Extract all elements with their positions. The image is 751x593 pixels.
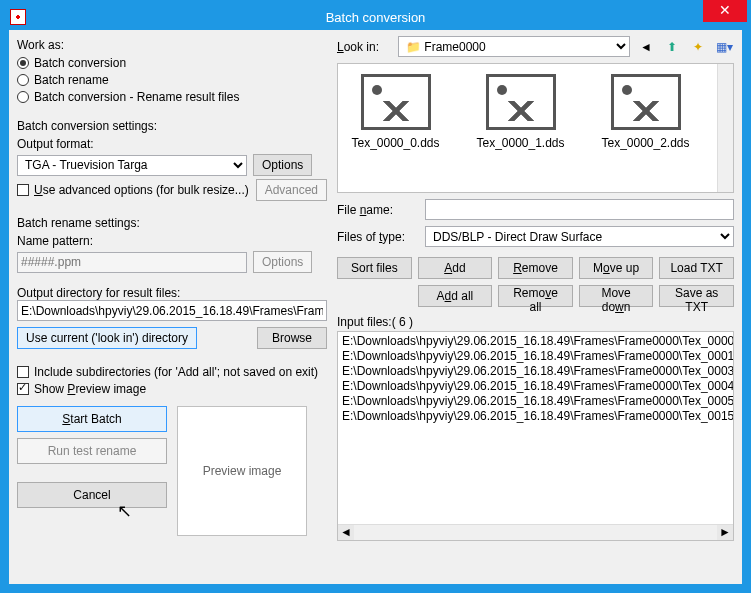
list-item[interactable]: E:\Downloads\hpyviy\29.06.2015_16.18.49\… xyxy=(342,409,729,424)
radio-batch-conversion[interactable]: Batch conversion xyxy=(17,56,327,70)
load-txt-button[interactable]: Load TXT xyxy=(659,257,734,279)
include-subdirs-checkbox[interactable]: Include subdirectories (for 'Add all'; n… xyxy=(17,365,327,379)
app-icon xyxy=(10,9,26,25)
up-icon[interactable]: ⬆ xyxy=(662,37,682,57)
file-thumb-icon xyxy=(486,74,556,130)
checkbox-icon xyxy=(17,383,29,395)
use-current-button[interactable]: Use current ('look in') directory xyxy=(17,327,197,349)
run-test-button[interactable]: Run test rename xyxy=(17,438,167,464)
radio-batch-rename[interactable]: Batch rename xyxy=(17,73,327,87)
cancel-button[interactable]: Cancel xyxy=(17,482,167,508)
file-thumb-icon xyxy=(611,74,681,130)
radio-batch-conv-rename[interactable]: Batch conversion - Rename result files xyxy=(17,90,327,104)
radio-icon xyxy=(17,57,29,69)
move-up-button[interactable]: Move up xyxy=(579,257,654,279)
bcs-label: Batch conversion settings: xyxy=(17,119,327,133)
use-advanced-checkbox[interactable]: Use advanced options (for bulk resize...… xyxy=(17,183,250,197)
back-icon[interactable]: ◄ xyxy=(636,37,656,57)
filetype-select[interactable]: DDS/BLP - Direct Draw Surface xyxy=(425,226,734,247)
list-item[interactable]: E:\Downloads\hpyviy\29.06.2015_16.18.49\… xyxy=(342,394,729,409)
browse-button[interactable]: Browse xyxy=(257,327,327,349)
remove-all-button[interactable]: Remove all xyxy=(498,285,573,307)
name-pattern-label: Name pattern: xyxy=(17,234,327,248)
list-item[interactable]: E:\Downloads\hpyviy\29.06.2015_16.18.49\… xyxy=(342,379,729,394)
output-format-select[interactable]: TGA - Truevision Targa xyxy=(17,155,247,176)
new-folder-icon[interactable]: ✦ xyxy=(688,37,708,57)
name-pattern-input[interactable] xyxy=(17,252,247,273)
radio-icon xyxy=(17,74,29,86)
checkbox-icon xyxy=(17,184,29,196)
list-item[interactable]: E:\Downloads\hpyviy\29.06.2015_16.18.49\… xyxy=(342,364,729,379)
options-button-2[interactable]: Options xyxy=(253,251,312,273)
show-preview-checkbox[interactable]: Show Preview image xyxy=(17,382,327,396)
filename-input[interactable] xyxy=(425,199,734,220)
window-title: Batch conversion xyxy=(326,10,426,25)
scrollbar-horizontal[interactable]: ◄► xyxy=(338,524,733,540)
list-item[interactable]: E:\Downloads\hpyviy\29.06.2015_16.18.49\… xyxy=(342,334,729,349)
list-item[interactable]: E:\Downloads\hpyviy\29.06.2015_16.18.49\… xyxy=(342,349,729,364)
file-item[interactable]: Tex_0000_2.dds xyxy=(598,74,693,182)
lookin-label: Look in: xyxy=(337,40,392,54)
file-item[interactable]: Tex_0000_1.dds xyxy=(473,74,568,182)
view-menu-icon[interactable]: ▦▾ xyxy=(714,37,734,57)
input-files-list[interactable]: E:\Downloads\hpyviy\29.06.2015_16.18.49\… xyxy=(337,331,734,541)
advanced-button[interactable]: Advanced xyxy=(256,179,327,201)
preview-image-box: Preview image xyxy=(177,406,307,536)
sort-files-button[interactable]: Sort files xyxy=(337,257,412,279)
move-down-button[interactable]: Move down xyxy=(579,285,654,307)
output-format-label: Output format: xyxy=(17,137,327,151)
remove-button[interactable]: Remove xyxy=(498,257,573,279)
scrollbar-vertical[interactable] xyxy=(717,64,733,192)
outdir-input[interactable] xyxy=(17,300,327,321)
file-browser-pane[interactable]: Tex_0000_0.dds Tex_0000_1.dds Tex_0000_2… xyxy=(337,63,734,193)
outdir-label: Output directory for result files: xyxy=(17,286,327,300)
checkbox-icon xyxy=(17,366,29,378)
file-thumb-icon xyxy=(361,74,431,130)
start-batch-button[interactable]: Start Batch xyxy=(17,406,167,432)
add-all-button[interactable]: Add all xyxy=(418,285,493,307)
options-button[interactable]: Options xyxy=(253,154,312,176)
file-item[interactable]: Tex_0000_0.dds xyxy=(348,74,443,182)
add-button[interactable]: Add xyxy=(418,257,493,279)
input-files-label: Input files:( 6 ) xyxy=(337,315,734,329)
filename-label: File name: xyxy=(337,203,417,217)
filetype-label: Files of type: xyxy=(337,230,417,244)
work-as-label: Work as: xyxy=(17,38,327,52)
save-txt-button[interactable]: Save as TXT xyxy=(659,285,734,307)
brs-label: Batch rename settings: xyxy=(17,216,327,230)
radio-icon xyxy=(17,91,29,103)
close-button[interactable]: ✕ xyxy=(703,0,747,22)
lookin-select[interactable]: 📁 Frame0000 xyxy=(398,36,630,57)
